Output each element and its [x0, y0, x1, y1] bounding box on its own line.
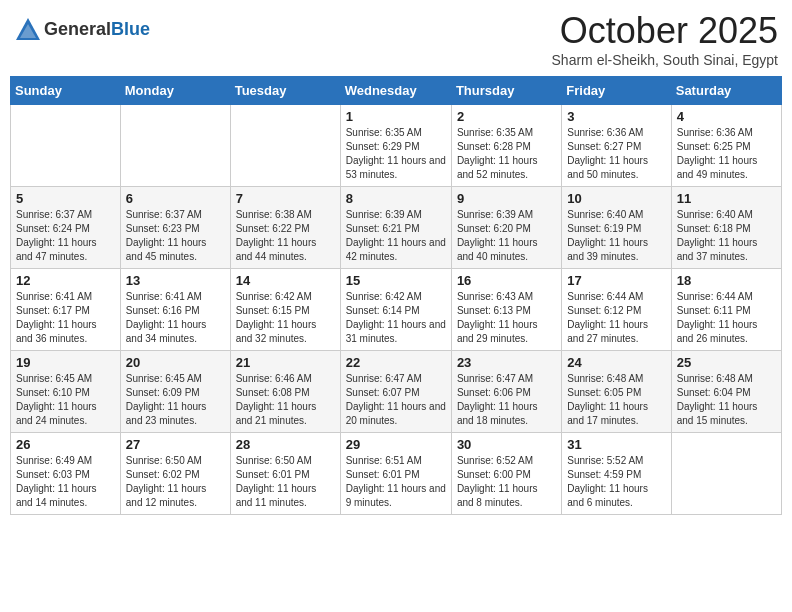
day-number: 11 — [677, 191, 776, 206]
day-number: 3 — [567, 109, 665, 124]
day-info: Sunrise: 6:41 AM Sunset: 6:16 PM Dayligh… — [126, 290, 225, 346]
day-info: Sunrise: 6:37 AM Sunset: 6:23 PM Dayligh… — [126, 208, 225, 264]
calendar-day-cell: 18Sunrise: 6:44 AM Sunset: 6:11 PM Dayli… — [671, 269, 781, 351]
day-number: 30 — [457, 437, 556, 452]
day-info: Sunrise: 6:45 AM Sunset: 6:09 PM Dayligh… — [126, 372, 225, 428]
day-info: Sunrise: 6:39 AM Sunset: 6:20 PM Dayligh… — [457, 208, 556, 264]
calendar-day-cell: 4Sunrise: 6:36 AM Sunset: 6:25 PM Daylig… — [671, 105, 781, 187]
calendar-day-cell: 15Sunrise: 6:42 AM Sunset: 6:14 PM Dayli… — [340, 269, 451, 351]
day-number: 26 — [16, 437, 115, 452]
day-info: Sunrise: 6:40 AM Sunset: 6:19 PM Dayligh… — [567, 208, 665, 264]
day-number: 29 — [346, 437, 446, 452]
day-info: Sunrise: 6:48 AM Sunset: 6:04 PM Dayligh… — [677, 372, 776, 428]
day-number: 16 — [457, 273, 556, 288]
calendar-day-cell: 2Sunrise: 6:35 AM Sunset: 6:28 PM Daylig… — [451, 105, 561, 187]
day-of-week-header: Friday — [562, 77, 671, 105]
day-info: Sunrise: 6:50 AM Sunset: 6:02 PM Dayligh… — [126, 454, 225, 510]
day-info: Sunrise: 6:44 AM Sunset: 6:12 PM Dayligh… — [567, 290, 665, 346]
day-of-week-header: Thursday — [451, 77, 561, 105]
day-info: Sunrise: 6:41 AM Sunset: 6:17 PM Dayligh… — [16, 290, 115, 346]
day-number: 20 — [126, 355, 225, 370]
calendar-day-cell: 16Sunrise: 6:43 AM Sunset: 6:13 PM Dayli… — [451, 269, 561, 351]
day-info: Sunrise: 6:51 AM Sunset: 6:01 PM Dayligh… — [346, 454, 446, 510]
month-title: October 2025 — [552, 10, 778, 52]
calendar-day-cell: 6Sunrise: 6:37 AM Sunset: 6:23 PM Daylig… — [120, 187, 230, 269]
calendar-week-row: 12Sunrise: 6:41 AM Sunset: 6:17 PM Dayli… — [11, 269, 782, 351]
day-number: 1 — [346, 109, 446, 124]
day-number: 5 — [16, 191, 115, 206]
calendar-day-cell: 25Sunrise: 6:48 AM Sunset: 6:04 PM Dayli… — [671, 351, 781, 433]
day-of-week-header: Sunday — [11, 77, 121, 105]
day-info: Sunrise: 6:40 AM Sunset: 6:18 PM Dayligh… — [677, 208, 776, 264]
calendar-header-row: SundayMondayTuesdayWednesdayThursdayFrid… — [11, 77, 782, 105]
calendar-day-cell — [120, 105, 230, 187]
day-number: 8 — [346, 191, 446, 206]
calendar-day-cell — [230, 105, 340, 187]
day-of-week-header: Wednesday — [340, 77, 451, 105]
calendar-day-cell: 11Sunrise: 6:40 AM Sunset: 6:18 PM Dayli… — [671, 187, 781, 269]
calendar-day-cell: 7Sunrise: 6:38 AM Sunset: 6:22 PM Daylig… — [230, 187, 340, 269]
day-info: Sunrise: 6:37 AM Sunset: 6:24 PM Dayligh… — [16, 208, 115, 264]
calendar-day-cell: 17Sunrise: 6:44 AM Sunset: 6:12 PM Dayli… — [562, 269, 671, 351]
day-info: Sunrise: 6:35 AM Sunset: 6:29 PM Dayligh… — [346, 126, 446, 182]
calendar-day-cell: 8Sunrise: 6:39 AM Sunset: 6:21 PM Daylig… — [340, 187, 451, 269]
calendar-day-cell: 3Sunrise: 6:36 AM Sunset: 6:27 PM Daylig… — [562, 105, 671, 187]
calendar-day-cell: 22Sunrise: 6:47 AM Sunset: 6:07 PM Dayli… — [340, 351, 451, 433]
day-of-week-header: Monday — [120, 77, 230, 105]
day-info: Sunrise: 6:43 AM Sunset: 6:13 PM Dayligh… — [457, 290, 556, 346]
day-number: 18 — [677, 273, 776, 288]
logo-icon — [14, 16, 42, 44]
day-info: Sunrise: 6:47 AM Sunset: 6:06 PM Dayligh… — [457, 372, 556, 428]
calendar-day-cell: 10Sunrise: 6:40 AM Sunset: 6:19 PM Dayli… — [562, 187, 671, 269]
day-number: 25 — [677, 355, 776, 370]
day-info: Sunrise: 6:47 AM Sunset: 6:07 PM Dayligh… — [346, 372, 446, 428]
day-number: 10 — [567, 191, 665, 206]
day-number: 31 — [567, 437, 665, 452]
day-number: 27 — [126, 437, 225, 452]
day-info: Sunrise: 6:35 AM Sunset: 6:28 PM Dayligh… — [457, 126, 556, 182]
calendar-day-cell: 28Sunrise: 6:50 AM Sunset: 6:01 PM Dayli… — [230, 433, 340, 515]
day-number: 22 — [346, 355, 446, 370]
day-info: Sunrise: 6:39 AM Sunset: 6:21 PM Dayligh… — [346, 208, 446, 264]
day-number: 21 — [236, 355, 335, 370]
day-info: Sunrise: 6:44 AM Sunset: 6:11 PM Dayligh… — [677, 290, 776, 346]
calendar-table: SundayMondayTuesdayWednesdayThursdayFrid… — [10, 76, 782, 515]
calendar-week-row: 26Sunrise: 6:49 AM Sunset: 6:03 PM Dayli… — [11, 433, 782, 515]
calendar-day-cell: 26Sunrise: 6:49 AM Sunset: 6:03 PM Dayli… — [11, 433, 121, 515]
calendar-day-cell — [671, 433, 781, 515]
day-info: Sunrise: 6:46 AM Sunset: 6:08 PM Dayligh… — [236, 372, 335, 428]
logo-blue-text: Blue — [111, 19, 150, 39]
day-number: 17 — [567, 273, 665, 288]
calendar-day-cell: 19Sunrise: 6:45 AM Sunset: 6:10 PM Dayli… — [11, 351, 121, 433]
calendar-day-cell: 9Sunrise: 6:39 AM Sunset: 6:20 PM Daylig… — [451, 187, 561, 269]
calendar-week-row: 19Sunrise: 6:45 AM Sunset: 6:10 PM Dayli… — [11, 351, 782, 433]
day-number: 15 — [346, 273, 446, 288]
day-info: Sunrise: 6:49 AM Sunset: 6:03 PM Dayligh… — [16, 454, 115, 510]
calendar-week-row: 1Sunrise: 6:35 AM Sunset: 6:29 PM Daylig… — [11, 105, 782, 187]
calendar-day-cell: 1Sunrise: 6:35 AM Sunset: 6:29 PM Daylig… — [340, 105, 451, 187]
day-number: 28 — [236, 437, 335, 452]
day-of-week-header: Saturday — [671, 77, 781, 105]
calendar-day-cell: 14Sunrise: 6:42 AM Sunset: 6:15 PM Dayli… — [230, 269, 340, 351]
calendar-day-cell: 27Sunrise: 6:50 AM Sunset: 6:02 PM Dayli… — [120, 433, 230, 515]
day-number: 4 — [677, 109, 776, 124]
day-of-week-header: Tuesday — [230, 77, 340, 105]
day-number: 14 — [236, 273, 335, 288]
day-number: 19 — [16, 355, 115, 370]
calendar-day-cell: 5Sunrise: 6:37 AM Sunset: 6:24 PM Daylig… — [11, 187, 121, 269]
calendar-week-row: 5Sunrise: 6:37 AM Sunset: 6:24 PM Daylig… — [11, 187, 782, 269]
day-number: 2 — [457, 109, 556, 124]
location: Sharm el-Sheikh, South Sinai, Egypt — [552, 52, 778, 68]
page-header: GeneralBlue October 2025 Sharm el-Sheikh… — [10, 10, 782, 68]
logo-text: GeneralBlue — [44, 20, 150, 40]
day-number: 13 — [126, 273, 225, 288]
day-number: 23 — [457, 355, 556, 370]
calendar-day-cell: 31Sunrise: 5:52 AM Sunset: 4:59 PM Dayli… — [562, 433, 671, 515]
day-info: Sunrise: 6:38 AM Sunset: 6:22 PM Dayligh… — [236, 208, 335, 264]
day-number: 9 — [457, 191, 556, 206]
logo: GeneralBlue — [14, 16, 150, 44]
day-info: Sunrise: 6:36 AM Sunset: 6:27 PM Dayligh… — [567, 126, 665, 182]
day-number: 7 — [236, 191, 335, 206]
day-info: Sunrise: 6:36 AM Sunset: 6:25 PM Dayligh… — [677, 126, 776, 182]
day-number: 24 — [567, 355, 665, 370]
